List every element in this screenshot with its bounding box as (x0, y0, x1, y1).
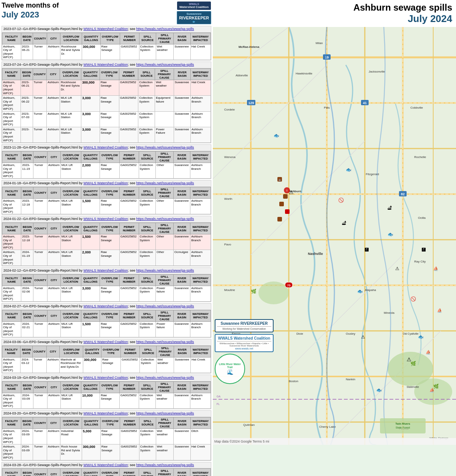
cell-begin: 2024-01-19 (21, 250, 33, 266)
report-date-label: 2024-01-18--GA-EPD-Sewage-Spills-Report.… (3, 181, 78, 185)
col-header-waterway: WATERWAY IMPACTED (190, 33, 211, 44)
cell-source: Collection System (138, 96, 155, 111)
svg-text:Ousley: Ousley (346, 332, 355, 335)
cell-gallons: 300,000 (82, 44, 100, 60)
report-see-link[interactable]: https://wwals.net/issues/www/ga-spills (136, 340, 194, 344)
report-see-link[interactable]: https://wwals.net/issues/www/ga-spills (136, 63, 194, 66)
col-header-source: SPILL SOURCE (138, 68, 155, 80)
report-by-link[interactable]: WWALS Watershed Coalition (84, 181, 128, 185)
cell-waterway: Ashburn Branch (190, 286, 211, 301)
title-block: Twelve months of July 2023 (2, 2, 59, 20)
cell-source: Collection System (139, 321, 155, 337)
cell-gallons: 2,000 (81, 163, 100, 178)
report-by-link[interactable]: WWALS Watershed Coalition (84, 269, 128, 272)
cell-location: MLK Lift Station (60, 234, 81, 250)
report-by-link[interactable]: WWALS Watershed Coalition (84, 217, 128, 221)
cell-permit: GA0025852 (119, 250, 139, 266)
col-header-waterway: WATERWAY IMPACTED (190, 417, 211, 429)
wwals-logo-box: WWALS Watershed Coalition Withlacoochee … (215, 334, 274, 352)
report-see-link[interactable]: https://wwals.net/issues/www/ga-spills (136, 217, 194, 221)
col-header-primary_cause: SPILL PRIMARY CAUSE (155, 151, 173, 163)
report-by-link[interactable]: WWALS Watershed Coalition (84, 304, 128, 308)
cell-waterway: Hat Creek (190, 44, 211, 60)
col-header-overflow_type: OVERFLOW TYPE (100, 68, 119, 80)
report-header: 2024-01-18--GA-EPD-Sewage-Spills-Report.… (2, 180, 211, 187)
report-see-link[interactable]: https://wwals.net/issues/www/ga-spills (136, 411, 194, 415)
report-see-link[interactable]: https://wwals.net/issues/www/ga-spills (136, 269, 194, 272)
col-header-overflow_type: OVERFLOW TYPE (100, 381, 120, 393)
svg-text:Map data ©2024 Google  Terms  : Map data ©2024 Google Terms 5 mi (214, 440, 269, 443)
report-see-link[interactable]: https://wwals.net/issues/www/ga-spills (136, 181, 194, 185)
col-header-overflow_type: OVERFLOW TYPE (101, 346, 120, 357)
svg-text:Twin Rivers: Twin Rivers (396, 422, 410, 425)
cell-begin: 2024-02-06 (21, 286, 33, 301)
cell-location: MLK Lift Station (60, 199, 81, 214)
report-by-link[interactable]: WWALS Watershed Coalition (84, 63, 128, 66)
col-header-source: SPILL SOURCE (139, 381, 155, 393)
col-header-begin: BEGIN DATE (21, 381, 33, 393)
cell-source: Collection System (138, 80, 155, 95)
cell-overflow_type: Raw Sewage (100, 321, 120, 337)
svg-text:🚫: 🚫 (410, 296, 416, 302)
cell-overflow_type: Raw Sewage (100, 286, 120, 301)
report-date-label: 2024-01-22--GA-EPD-Sewage-Spills-Report.… (3, 217, 78, 221)
cell-facility: Ashburn, City of (Airport WPCF) (2, 250, 21, 266)
cell-gallons: 3,000 (81, 96, 100, 111)
col-header-source: SPILL SOURCE (139, 310, 155, 321)
title-line1: Twelve months of (2, 2, 59, 10)
table-row: Ashburn, City of (Airport WPCF)2024-01-1… (2, 250, 211, 266)
cell-city: Ashburn (47, 80, 60, 95)
report-by-link[interactable]: WWALS Watershed Coalition (84, 463, 128, 467)
cell-county: Turner (33, 163, 48, 178)
cell-location: Rockhouse Rd and Sylvia Dr. (60, 44, 82, 60)
svg-text:🌿: 🌿 (251, 288, 256, 294)
cell-waterway: Ashburn Branch (190, 250, 211, 266)
col-header-gallons: QUANTITY GALLONS (82, 33, 100, 44)
col-header-permit: PERMIT NUMBER (120, 469, 139, 476)
col-header-overflow_type: OVERFLOW TYPE (100, 223, 120, 234)
cell-overflow_type: Raw Sewage (100, 80, 119, 95)
cell-overflow_type: Raw Sewage (100, 250, 120, 266)
report-see-link[interactable]: https://wwals.net/issues/www/ga-spills (136, 304, 194, 308)
report-by-link[interactable]: WWALS Watershed Coalition (84, 411, 128, 415)
cell-primary_cause: Wet weather (155, 80, 174, 95)
report-by-link[interactable]: WWALS Watershed Coalition (84, 376, 128, 380)
report-see-link[interactable]: https://wwals.net/issues/www/ga-spills (136, 376, 194, 380)
col-header-begin: BEGIN DATE (21, 346, 33, 357)
svg-text:🌿: 🌿 (433, 383, 439, 389)
report-see-link[interactable]: https://wwals.net/issues/www/ga-spills (136, 145, 194, 149)
spill-table: FACILITY NAMEBEGIN DATECOUNTYCITYOVERFLO… (2, 468, 211, 476)
cell-location: MLK Lift Station (60, 127, 81, 142)
cell-river: Suwannee (173, 286, 190, 301)
col-header-waterway: WATERWAY IMPACTED (190, 469, 211, 476)
wwals-logo: WWALS Watershed Coalition (177, 2, 211, 10)
cell-gallons: 1,500 (81, 234, 100, 250)
report-by-link[interactable]: WWALS Watershed Coalition (84, 340, 128, 344)
report-header: 2024-03-06--GA-EPD-Sewage-Spills-Report.… (2, 339, 211, 346)
cell-permit: GA0025852 (119, 199, 139, 214)
svg-text:McRae-Helena: McRae-Helena (239, 45, 260, 49)
report-see-link[interactable]: https://wwals.net/issues/www/ga-spills (136, 463, 194, 467)
report-see-link[interactable]: https://wwals.net/issues/www/ga-spills (136, 27, 194, 31)
col-header-waterway: WATERWAY IMPACTED (190, 68, 211, 80)
cell-permit: GA0025852 (119, 163, 139, 178)
cell-city: Ashburn (47, 199, 60, 214)
cell-facility: Ashburn, City of (Airport WPCF) (2, 429, 21, 444)
cell-overflow_type: Raw Sewage (100, 163, 120, 178)
cell-permit: GA0025852 (120, 429, 139, 444)
col-header-waterway: WATERWAY IMPACTED (190, 274, 211, 286)
col-header-county: COUNTY (33, 187, 48, 199)
col-header-city: CITY (47, 310, 60, 321)
right-title-line1: Ashburn sewage spills (217, 2, 452, 13)
col-header-permit: PERMIT NUMBER (121, 346, 140, 357)
col-header-location: OVERFLOW LOCATION (60, 381, 81, 393)
col-header-begin: BEGIN DATE (21, 469, 33, 476)
col-header-waterway: WATERWAY IMPACTED (191, 346, 211, 357)
report-by-link[interactable]: WWALS Watershed Coalition (84, 27, 128, 31)
report-by-link[interactable]: WWALS Watershed Coalition (84, 145, 128, 149)
cell-gallons: 300,000 (81, 80, 100, 95)
cell-river: Suwannee (173, 393, 190, 408)
col-header-begin: BEGIN DATE (21, 33, 33, 44)
col-header-facility: FACILITY NAME (2, 417, 21, 429)
cell-location: Rockhouse Rd and Sylvia Dr. (60, 80, 81, 95)
